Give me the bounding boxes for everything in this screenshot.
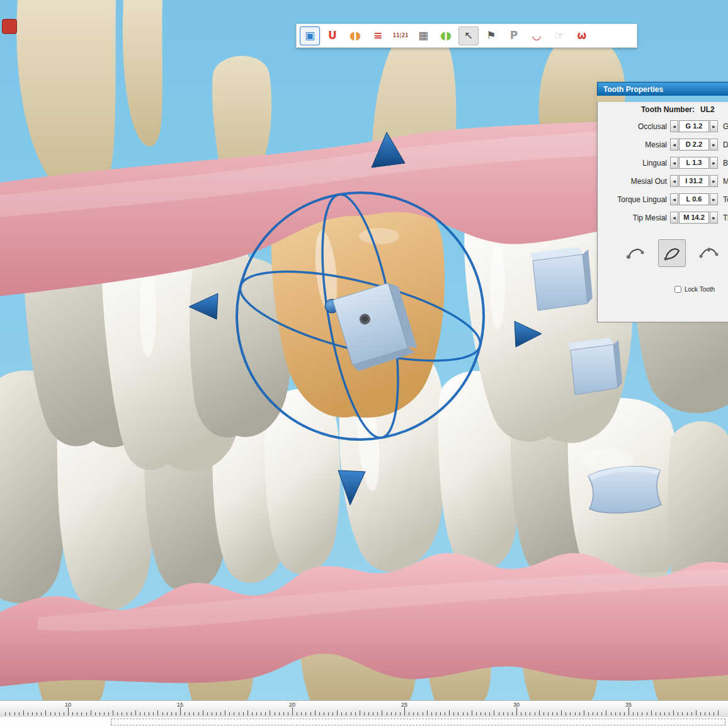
ruler-tick [463,712,464,715]
upper-arch-button[interactable]: U [322,26,343,45]
ruler-label: 25 [401,702,407,708]
ruler-tick [341,712,342,715]
tooth-pair-button[interactable]: ◖◗ [345,26,365,45]
ruler-tick [292,707,293,715]
property-label: Mesial [598,140,670,149]
bite-registration-button[interactable]: ≡ [368,26,388,45]
ruler-tick [642,712,642,715]
increment-button[interactable]: ▶ [710,193,718,205]
grid-button[interactable]: ▦ [413,26,433,45]
park-button[interactable]: P [504,26,524,45]
molar-tube-bracket[interactable] [588,467,661,513]
increment-button[interactable]: ▶ [710,120,718,132]
increment-button[interactable]: ▶ [710,139,718,151]
ruler: 101520253035 [0,700,728,717]
setup-module-button[interactable]: ▣ [300,26,320,45]
ruler-tick [117,712,118,715]
ruler-tick [427,710,428,715]
decrement-button[interactable]: ◀ [670,212,678,224]
app-corner-badge[interactable] [2,19,17,34]
ruler-tick [404,707,405,715]
ruler-label: 15 [177,702,183,708]
lips-button[interactable]: ◡ [526,26,547,45]
ruler-tick [229,712,230,715]
property-value-field[interactable]: G 1.2 [679,120,709,132]
decrement-button[interactable]: ◀ [670,193,678,205]
ruler-tick [185,712,185,715]
ruler-tick [687,712,688,715]
property-value-field[interactable]: I 31.2 [679,175,709,187]
increment-button[interactable]: ▶ [710,157,718,169]
ruler-tick [409,712,409,715]
ruler-tick [628,707,629,715]
ruler-tick [472,710,472,715]
lock-tooth-checkbox[interactable] [674,286,681,293]
finish-flag-button[interactable]: ⚑ [481,26,501,45]
select-tool-button[interactable]: ↖ [458,26,479,45]
property-value-field[interactable]: L 0.6 [679,193,709,205]
decrement-button[interactable]: ◀ [670,175,678,187]
rotate-curve-icon [625,243,646,263]
panel-title-bar[interactable]: Tooth Properties [597,82,728,96]
ruler-tick [283,712,284,715]
ruler-tick [561,710,562,715]
checkered-flag-icon: ⚑ [486,30,496,41]
toolbar: ▣U◖◗≡11|21▦◖◗↖⚑P◡☞ω [296,24,637,48]
ruler-tick [275,712,275,715]
increment-button[interactable]: ▶ [710,212,718,224]
property-row: Mesial Out ◀ I 31.2 ▶ Me [598,172,728,190]
ruler-tick [651,710,652,715]
ruler-tick [305,712,306,715]
occlusion-teeth-button[interactable]: ◖◗ [436,26,456,45]
property-value-field[interactable]: L 1.3 [679,157,709,169]
rotation-mode-path-button[interactable] [695,239,722,267]
increment-button[interactable]: ▶ [710,175,718,187]
ruler-tick [601,712,602,715]
hand-tool-button[interactable]: ☞ [549,26,569,45]
property-row: Lingual ◀ L 1.3 ▶ Bu [598,154,728,172]
property-row: Tip Mesial ◀ M 14.2 ▶ Ti [598,208,728,227]
property-label: Torque Lingual [598,195,670,204]
ruler-tick [400,712,401,715]
bracket-upper-right-1[interactable] [530,247,593,310]
ruler-tick [279,712,280,715]
ruler-tick [705,712,705,715]
decrement-button[interactable]: ◀ [670,120,678,132]
ruler-tick [315,710,316,715]
property-value-field[interactable]: M 14.2 [679,212,709,224]
decrement-button[interactable]: ◀ [670,139,678,151]
rotation-mode-spin-button[interactable] [622,239,649,267]
ruler-tick [691,712,692,715]
bracket-upper-right-2[interactable] [568,338,622,395]
ruler-tick [431,712,432,715]
ruler-tick [216,712,217,715]
tooth-numbers-button[interactable]: 11|21 [390,26,411,45]
ruler-tick [624,712,625,715]
ruler-tick [714,712,714,715]
range-marquee[interactable] [111,719,725,725]
property-value-field[interactable]: D 2.2 [679,139,709,151]
ruler-tick [346,712,346,715]
ruler-tick [234,712,234,715]
ruler-tick [180,707,181,715]
bottom-scroll-strip[interactable] [0,717,728,728]
ruler-tick [100,712,100,715]
ruler-tick [660,712,661,715]
property-label: Lingual [598,159,670,168]
decrement-button[interactable]: ◀ [670,157,678,169]
ruler-tick [171,712,172,715]
pair-column-label: Ti [723,213,728,222]
ruler-tick [543,712,544,715]
ruler-tick [247,710,248,715]
lips-icon: ◡ [532,30,540,41]
ruler-tick [127,712,127,715]
rotate-path-icon [698,243,719,263]
property-row: Mesial ◀ D 2.2 ▶ Di [598,135,728,154]
rotation-mode-free-button[interactable] [658,239,686,267]
denture-button[interactable]: ω [572,26,592,45]
ruler-tick [678,712,678,715]
ruler-tick [499,712,499,715]
rotate-leaf-icon [662,243,682,263]
ruler-tick [579,712,580,715]
ruler-tick [68,707,69,715]
